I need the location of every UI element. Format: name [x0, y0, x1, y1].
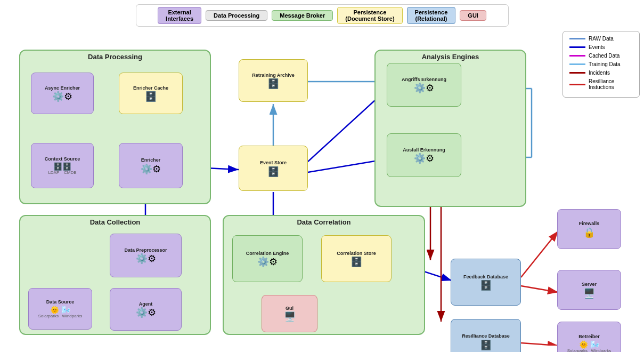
- betreiber: Betreiber 🌞 🌬️ Solarparks Windparks: [557, 322, 621, 352]
- correlation-store: Correlation Store 🗄️: [321, 235, 392, 282]
- group-analysis-engines-title: Analysis Engines: [376, 51, 525, 63]
- server: Server 🖥️: [557, 270, 621, 310]
- legend-events-label: Events: [589, 44, 605, 50]
- retraining-archive: Retraining Archive 🗄️: [239, 59, 308, 102]
- legend-resilliance-line: [569, 84, 585, 85]
- diagram: Data Processing Data Collection Analysis…: [4, 31, 640, 346]
- legend-incidents-line: [569, 72, 585, 74]
- enricher: Enricher ⚙️⚙: [119, 143, 183, 188]
- legend-resilliance: ResillianceInstuctions: [569, 78, 633, 90]
- legend-cached-label: Cached Data: [589, 53, 619, 59]
- legend-training-line: [569, 63, 585, 65]
- agent: Agent ⚙️⚙: [110, 288, 182, 331]
- group-data-processing-title: Data Processing: [20, 51, 210, 63]
- context-source: Context Source 🗄️🗄️ LDAP CMDB: [31, 143, 94, 188]
- legend-box: RAW Data Events Cached Data Training Dat…: [563, 31, 640, 98]
- legend-data-processing: Data Processing: [206, 10, 267, 21]
- enricher-cache: Enricher Cache 🗄️: [119, 73, 183, 114]
- firewalls: Firewalls 🔒: [557, 209, 621, 249]
- legend-bar: ExternalInterfaces Data Processing Messa…: [136, 4, 509, 27]
- legend-external-interfaces: ExternalInterfaces: [158, 7, 201, 24]
- legend-cached: Cached Data: [569, 53, 633, 59]
- data-source: Data Source 🌞 🌬️ Solarparks Windparks: [28, 288, 92, 330]
- legend-persistence-document: Persistence(Document Store): [337, 7, 402, 24]
- legend-incidents-label: Incidents: [589, 70, 610, 76]
- legend-raw-label: RAW Data: [589, 36, 614, 42]
- main-container: ExternalInterfaces Data Processing Messa…: [0, 0, 644, 352]
- correlation-engine: Correlation Engine ⚙️⚙: [232, 235, 303, 282]
- ausfall-erkennung: Ausfall Erkennung ⚙️⚙: [387, 133, 461, 177]
- legend-resilliance-label: ResillianceInstuctions: [589, 78, 614, 90]
- svg-line-35: [521, 286, 558, 292]
- legend-message-broker: Message Broker: [272, 10, 333, 21]
- legend-training: Training Data: [569, 61, 633, 67]
- svg-line-36: [521, 343, 558, 346]
- event-store: Event Store 🗄️: [239, 146, 308, 191]
- group-data-correlation-title: Data Correlation: [224, 216, 424, 228]
- async-enricher: Async Enricher ⚙️⚙: [31, 73, 94, 114]
- angriffs-erkennung: Angriffs Erkennung ⚙️⚙: [387, 63, 461, 107]
- legend-raw-data: RAW Data: [569, 36, 633, 42]
- legend-events: Events: [569, 44, 633, 50]
- svg-line-34: [521, 231, 558, 277]
- gui: Gui 🖥️: [262, 295, 317, 332]
- legend-events-line: [569, 46, 585, 48]
- legend-raw-line: [569, 38, 585, 39]
- resilliance-database: Resilliance Database 🗄️: [451, 319, 521, 352]
- feedback-database: Feedback Database 🗄️: [451, 259, 521, 306]
- legend-incidents: Incidents: [569, 70, 633, 76]
- legend-gui: GUI: [460, 10, 486, 21]
- data-preprocessor: Data Preprocessor ⚙️⚙: [110, 234, 182, 277]
- legend-cached-line: [569, 55, 585, 57]
- legend-training-label: Training Data: [589, 61, 621, 67]
- legend-persistence-relational: Persistence(Relational): [407, 7, 456, 24]
- group-data-collection-title: Data Collection: [20, 216, 210, 228]
